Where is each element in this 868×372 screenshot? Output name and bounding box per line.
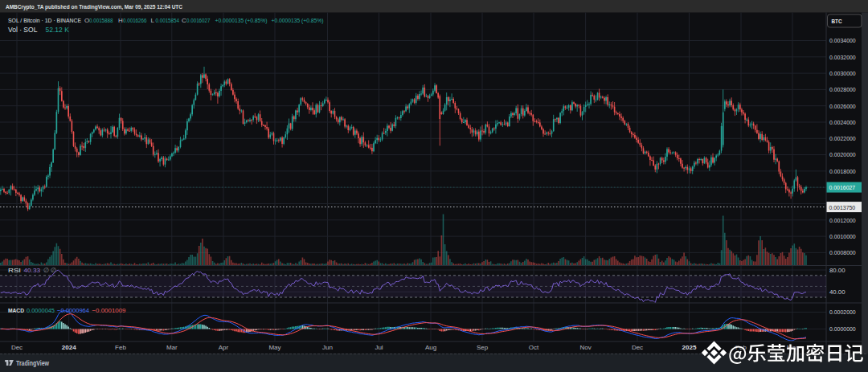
svg-text:0.0015854: 0.0015854 <box>156 17 180 24</box>
svg-text:May: May <box>268 344 280 351</box>
svg-text:0.0008000: 0.0008000 <box>829 249 856 256</box>
svg-text:Dec: Dec <box>11 344 23 351</box>
svg-text:+0.0000135 (+0.85%): +0.0000135 (+0.85%) <box>272 17 324 24</box>
svg-text:0.0012000: 0.0012000 <box>829 217 856 224</box>
svg-text:0.0024000: 0.0024000 <box>829 119 856 126</box>
svg-text:Sep: Sep <box>477 344 489 351</box>
svg-text:TradingView: TradingView <box>16 359 49 367</box>
svg-text:0.0026000: 0.0026000 <box>829 103 856 110</box>
svg-text:Dec: Dec <box>632 344 643 351</box>
svg-text:0.0000000: 0.0000000 <box>829 325 856 333</box>
svg-text:2025: 2025 <box>682 344 697 351</box>
svg-text:0.0022000: 0.0022000 <box>829 135 856 142</box>
svg-text:52.12 K: 52.12 K <box>46 26 70 34</box>
svg-text:0.0013750: 0.0013750 <box>829 204 856 211</box>
svg-text:Jul: Jul <box>375 344 383 351</box>
svg-text:Oct: Oct <box>529 344 539 351</box>
svg-text:40.33: 40.33 <box>24 267 41 274</box>
svg-text:Feb: Feb <box>115 344 126 351</box>
svg-text:SOL / Bitcoin · 1D · BINANCE: SOL / Bitcoin · 1D · BINANCE <box>8 17 81 24</box>
svg-text:0.0015888: 0.0015888 <box>89 17 113 24</box>
svg-text:0.0032000: 0.0032000 <box>829 54 856 61</box>
svg-text:L: L <box>151 17 155 24</box>
svg-text:40.00: 40.00 <box>829 288 845 296</box>
svg-text:0.0030000: 0.0030000 <box>829 70 856 77</box>
svg-text:Apr: Apr <box>219 344 229 351</box>
svg-text:2024: 2024 <box>62 344 76 351</box>
svg-text:+0.0000135 (+0.85%): +0.0000135 (+0.85%) <box>215 17 268 24</box>
svg-text:0.0010000: 0.0010000 <box>829 233 856 240</box>
svg-text:0.0016266: 0.0016266 <box>123 17 147 24</box>
svg-text:0.0028000: 0.0028000 <box>829 86 856 93</box>
svg-text:0.0018000: 0.0018000 <box>829 168 856 175</box>
svg-text:0.0020000: 0.0020000 <box>829 151 856 158</box>
svg-text:AMBCrypto_TA published on Trad: AMBCrypto_TA published on TradingView.co… <box>6 3 182 10</box>
svg-text:∅: ∅ <box>43 267 49 274</box>
svg-text:Mar: Mar <box>166 344 178 351</box>
svg-text:Jun: Jun <box>322 344 333 351</box>
svg-text:0.0016027: 0.0016027 <box>186 17 211 24</box>
svg-text:80.00: 80.00 <box>829 267 845 274</box>
svg-text:MACD: MACD <box>8 307 24 314</box>
svg-text:0.0002000: 0.0002000 <box>829 309 856 316</box>
svg-text:−0.0000964: −0.0000964 <box>57 307 90 314</box>
svg-text:RSI: RSI <box>8 267 21 274</box>
svg-text:Vol · SOL: Vol · SOL <box>8 26 38 34</box>
svg-text:Nov: Nov <box>579 344 591 351</box>
svg-text:∅: ∅ <box>51 267 56 274</box>
svg-text:BTC: BTC <box>832 18 842 25</box>
svg-text:Aug: Aug <box>425 344 436 351</box>
svg-text:0.0034000: 0.0034000 <box>829 37 856 44</box>
svg-text:0.0000045: 0.0000045 <box>27 307 55 314</box>
svg-text:0.0016027: 0.0016027 <box>829 184 856 191</box>
svg-text:−0.0001009: −0.0001009 <box>92 307 127 314</box>
